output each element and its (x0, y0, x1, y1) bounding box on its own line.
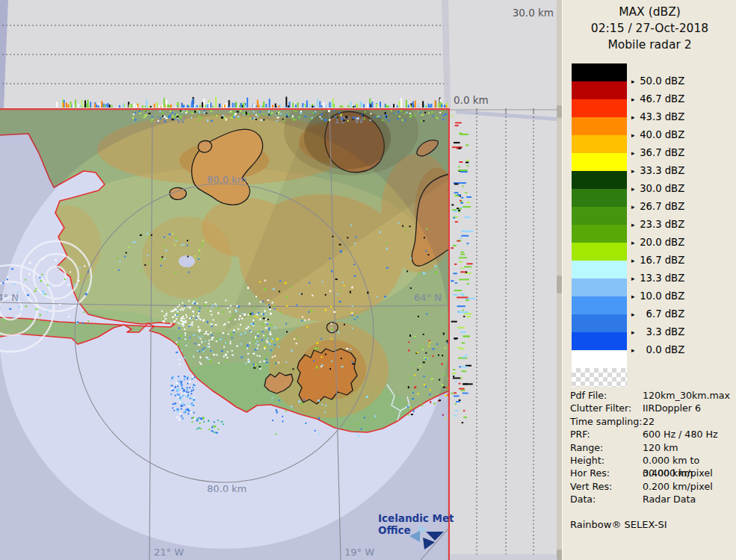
info-label: Clutter Filter: (570, 402, 631, 414)
scale-swatch-43.3 (572, 99, 627, 117)
scale-label-40.0: ▸40.0 dBZ (631, 129, 684, 141)
scale-swatch-10.0 (572, 279, 627, 296)
info-label: PRF: (570, 428, 590, 441)
scale-swatch-no-data (572, 368, 627, 387)
scale-label-50.0: ▸50.0 dBZ (631, 75, 684, 87)
scale-arrow-icon: ▸ (631, 113, 635, 121)
scale-arrow-icon: ▸ (631, 203, 635, 211)
info-value: Radar Data (643, 493, 696, 505)
splitter-handle-middle[interactable] (557, 276, 562, 293)
info-row: Data:Radar Data (570, 493, 736, 505)
scale-label-20.0: ▸20.0 dBZ (631, 237, 684, 249)
product-title: MAX (dBZ) (563, 4, 736, 20)
scale-swatch-26.7 (572, 189, 627, 207)
info-value: IIRDoppler 6 (643, 402, 701, 414)
scale-swatch-40.0 (572, 117, 627, 135)
timestamp: 02:15 / 27-Oct-2018 (563, 20, 736, 37)
scale-swatch-46.7 (572, 81, 627, 99)
projection-edge-bottom (450, 554, 557, 560)
scale-swatch-30.0 (572, 171, 627, 189)
info-value: 0.200 km/pixel (643, 480, 713, 493)
profile-right-background (450, 108, 557, 560)
scale-arrow-icon: ▸ (631, 311, 635, 318)
scale-arrow-icon: ▸ (631, 293, 635, 300)
icelandic-met-office-logo: Icelandic Met Office (378, 512, 468, 536)
scale-arrow-icon: ▸ (631, 185, 635, 193)
scale-arrow-icon: ▸ (631, 221, 635, 228)
info-row: Clutter Filter:IIRDoppler 6 (570, 402, 736, 414)
profile-top-background (0, 0, 557, 108)
info-row: PRF:600 Hz / 480 Hz (570, 428, 736, 441)
info-row: Vert Res:0.200 km/pixel (570, 480, 736, 493)
info-label: Vert Res: (570, 480, 612, 493)
scale-arrow-icon: ▸ (631, 346, 635, 354)
radar-map[interactable]: 21° W 19° W 21° W 19° W 64° N 64° N 80.0… (0, 108, 450, 560)
info-row: Time sampling:22 (570, 415, 736, 428)
info-row: Hor Res:0.400 km/pixel (570, 467, 736, 479)
info-value: 0.400 km/pixel (643, 467, 713, 479)
radar-application-window: 30.0 km 0.0 km (0, 0, 736, 560)
info-row: Range:120 km (570, 441, 736, 454)
info-value: 120 km (643, 441, 678, 454)
lon-label-top-right: 19° W (334, 114, 364, 125)
scale-swatch-23.3 (572, 207, 627, 225)
scale-label-10.0: ▸10.0 dBZ (631, 290, 684, 302)
lake (179, 255, 195, 267)
info-value: 600 Hz / 480 Hz (643, 428, 718, 441)
scale-arrow-icon: ▸ (631, 96, 635, 103)
info-label: Height: (570, 454, 604, 467)
info-value: 120km_30km.max (643, 389, 730, 402)
scale-arrow-icon: ▸ (631, 257, 635, 264)
scale-swatch-0.0 (572, 332, 627, 350)
panel-header: MAX (dBZ) 02:15 / 27-Oct-2018 Mobile rad… (563, 4, 736, 53)
scale-swatch-16.7 (572, 243, 627, 261)
logo-text-line1: Icelandic Met (378, 512, 468, 524)
info-label: Time sampling: (570, 415, 643, 428)
scale-label-46.7: ▸46.7 dBZ (631, 93, 684, 105)
scale-swatch-below-min (572, 350, 627, 368)
height-axis-max-label: 30.0 km (513, 7, 554, 19)
splitter-handle-top[interactable] (557, 105, 562, 118)
scale-label-36.7: ▸36.7 dBZ (631, 147, 684, 159)
lat-label-left: 64° N (0, 292, 19, 303)
height-profile-right[interactable] (450, 108, 557, 560)
scale-label-26.7: ▸26.7 dBZ (631, 201, 684, 213)
ring-label-top: 80.0 km (207, 174, 247, 185)
scale-swatch-6.7 (572, 296, 627, 314)
info-label: Range: (570, 441, 603, 454)
scale-swatch-3.3 (572, 314, 627, 332)
scan-info-list: Pdf File:120km_30km.maxClutter Filter:II… (570, 389, 736, 506)
info-row: Height:0.000 km to 30.000 km (570, 454, 736, 467)
info-label: Pdf File: (570, 389, 607, 402)
scale-label-6.7: ▸6.7 dBZ (631, 308, 684, 320)
scale-swatch-20.0 (572, 225, 627, 243)
info-label: Data: (570, 493, 596, 505)
scale-arrow-icon: ▸ (631, 239, 635, 246)
scale-label-3.3: ▸3.3 dBZ (631, 326, 684, 338)
scale-label-30.0: ▸30.0 dBZ (631, 183, 684, 195)
ring-label-bottom: 80.0 km (207, 483, 247, 494)
scale-arrow-icon: ▸ (631, 167, 635, 175)
scale-arrow-icon: ▸ (631, 149, 635, 157)
scale-label-23.3: ▸23.3 dBZ (631, 219, 684, 231)
panel-splitter[interactable] (557, 0, 562, 560)
info-label: Hor Res: (570, 467, 610, 479)
scale-label-33.3: ▸33.3 dBZ (631, 165, 684, 177)
scale-swatch-36.7 (572, 135, 627, 153)
lat-label-right: 64° N (414, 292, 442, 303)
scale-label-0.0: ▸0.0 dBZ (631, 344, 684, 356)
radar-name: Mobile radar 2 (563, 37, 736, 53)
info-value: 22 (643, 415, 655, 428)
scale-arrow-icon: ▸ (631, 78, 635, 85)
color-scale-swatches (572, 63, 627, 387)
scale-arrow-icon: ▸ (631, 275, 635, 282)
scale-label-13.3: ▸13.3 dBZ (631, 273, 684, 284)
scale-swatch-50.0 (572, 63, 627, 81)
scale-label-43.3: ▸43.3 dBZ (631, 111, 684, 123)
scale-swatch-33.3 (572, 153, 627, 171)
scale-arrow-icon: ▸ (631, 329, 635, 336)
height-profile-top[interactable]: 30.0 km 0.0 km (0, 0, 557, 108)
software-brand: Rainbow® SELEX-SI (570, 519, 667, 530)
logo-pinwheel-icon (409, 525, 445, 550)
info-row: Pdf File:120km_30km.max (570, 389, 736, 402)
